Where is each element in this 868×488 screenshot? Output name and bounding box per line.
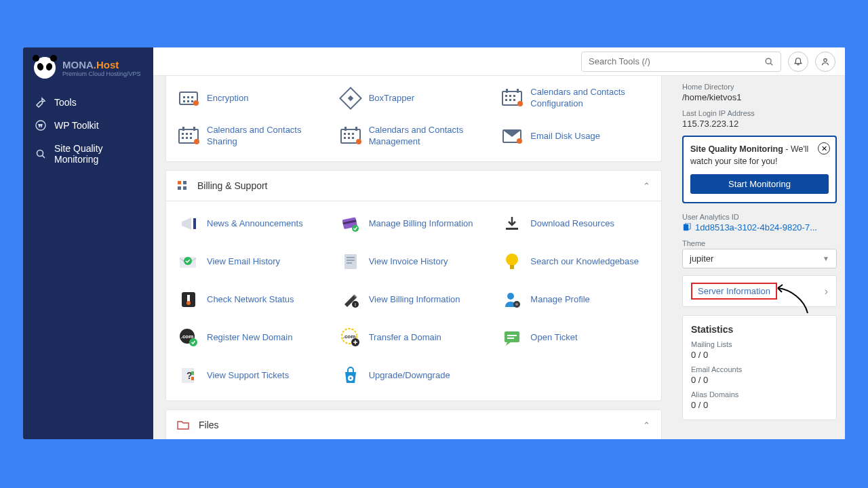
megaphone-icon — [177, 212, 200, 235]
collapse-icon[interactable]: ⌃ — [643, 181, 650, 191]
bell-icon — [793, 57, 803, 66]
user-button[interactable] — [815, 52, 835, 72]
envelope-icon — [500, 125, 524, 148]
collapse-icon[interactable]: ⌃ — [643, 420, 650, 430]
tool-email-disk[interactable]: Email Disk Usage — [496, 118, 654, 155]
tool-register-domain[interactable]: .comRegister New Domain — [173, 319, 331, 356]
home-dir-label: Home Directory — [682, 83, 837, 91]
svg-point-28 — [515, 303, 518, 306]
sqm-banner: ✕ Site Quality Monitoring - We'll watch … — [682, 136, 837, 203]
search-box[interactable] — [581, 52, 781, 72]
tool-billing-info[interactable]: Manage Billing Information — [335, 205, 493, 242]
brand-name-b: .Host — [94, 59, 119, 70]
analytics-id: 1dd8513a-3102-4b24-9820-7... — [695, 222, 817, 232]
invoice-icon — [339, 250, 362, 273]
statistics-panel: Statistics Mailing Lists0 / 0 Email Acco… — [682, 315, 837, 420]
sidebar-item-label: Tools — [54, 97, 77, 108]
svg-rect-8 — [193, 218, 196, 229]
chevron-right-icon: › — [825, 285, 828, 298]
sidebar-item-label: Site Quality Monitoring — [54, 143, 136, 165]
svg-point-11 — [352, 225, 359, 232]
brand-name-a: MONA — [62, 59, 94, 70]
server-info-label: Server Information — [691, 283, 777, 300]
tool-cal-config[interactable]: Calendars and Contacts Configuration — [496, 80, 654, 117]
annotation-arrow-icon — [774, 283, 814, 317]
tool-encryption[interactable]: Encryption — [173, 80, 331, 117]
tool-news[interactable]: News & Announcements — [173, 205, 331, 242]
svg-rect-41 — [191, 377, 194, 380]
svg-rect-5 — [183, 181, 186, 184]
tool-boxtrapper[interactable]: BoxTrapper — [335, 80, 493, 117]
svg-point-1 — [37, 150, 43, 157]
domain-transfer-icon: .com — [339, 326, 362, 349]
svg-rect-37 — [507, 338, 514, 339]
sidebar-item-tools[interactable]: Tools — [23, 91, 153, 114]
pen-info-icon: i — [339, 288, 362, 311]
svg-rect-35 — [505, 331, 519, 342]
section-title: Files — [199, 420, 633, 430]
svg-point-43 — [349, 378, 351, 380]
sqm-title: Site Quality Monitoring — [690, 144, 783, 154]
brand-tagline: Premium Cloud Hosting/VPS — [62, 70, 141, 77]
svg-rect-15 — [344, 254, 357, 269]
calendar-manage-icon — [339, 125, 362, 148]
copy-icon[interactable] — [682, 223, 691, 232]
tool-knowledgebase[interactable]: Search our Knowledgebase — [496, 243, 654, 280]
sidebar-item-label: WP Toolkit — [54, 120, 99, 131]
tool-manage-profile[interactable]: Manage Profile — [496, 281, 654, 318]
files-panel: Files ⌃ File Manager Images Directory Pr… — [165, 409, 662, 439]
chevron-down-icon: ▼ — [823, 255, 829, 262]
wrench-icon — [35, 97, 46, 108]
last-ip-value: 115.73.223.12 — [682, 119, 837, 129]
brand-logo: MONA.Host Premium Cloud Hosting/VPS — [23, 57, 153, 91]
svg-point-3 — [824, 58, 827, 61]
svg-rect-18 — [347, 262, 352, 264]
tool-transfer-domain[interactable]: .comTransfer a Domain — [335, 319, 493, 356]
svg-rect-7 — [183, 186, 186, 190]
stat-value: 0 / 0 — [691, 400, 828, 410]
svg-rect-16 — [347, 257, 355, 258]
tool-view-billing[interactable]: iView Billing Information — [335, 281, 493, 318]
svg-rect-36 — [507, 335, 517, 336]
tool-cal-sharing[interactable]: Calendars and Contacts Sharing — [173, 118, 331, 155]
stat-label: Email Accounts — [691, 365, 828, 373]
mail-history-icon — [177, 250, 200, 273]
tool-cal-manage[interactable]: Calendars and Contacts Management — [335, 118, 493, 155]
tool-download[interactable]: Download Resources — [496, 205, 654, 242]
close-icon[interactable]: ✕ — [818, 142, 830, 155]
tool-email-history[interactable]: View Email History — [173, 243, 331, 280]
start-monitoring-button[interactable]: Start Monitoring — [690, 174, 829, 194]
theme-select[interactable]: jupiter ▼ — [682, 249, 837, 268]
diamond-icon — [339, 87, 362, 110]
tool-support-tickets[interactable]: ?View Support Tickets — [173, 357, 331, 394]
tool-invoice-history[interactable]: View Invoice History — [335, 243, 493, 280]
tool-network-status[interactable]: Check Network Status — [173, 281, 331, 318]
last-ip-label: Last Login IP Address — [682, 109, 837, 117]
user-icon — [821, 57, 830, 66]
sidebar-item-wp-toolkit[interactable]: WP Toolkit — [23, 114, 153, 137]
search-input[interactable] — [589, 56, 764, 66]
tool-open-ticket[interactable]: Open Ticket — [496, 319, 654, 356]
main-content: Encryption BoxTrapper Calendars and Cont… — [153, 76, 674, 439]
stat-label: Mailing Lists — [691, 340, 828, 348]
thermometer-icon — [177, 288, 200, 311]
home-dir-value: /home/kietvos1 — [682, 92, 837, 102]
sidebar-item-site-quality[interactable]: Site Quality Monitoring — [23, 137, 153, 171]
stat-value: 0 / 0 — [691, 375, 828, 385]
svg-rect-40 — [191, 371, 194, 375]
tool-upgrade[interactable]: Upgrade/Downgrade — [335, 357, 493, 394]
svg-rect-4 — [178, 181, 181, 184]
lightbulb-icon — [500, 250, 524, 273]
magnifier-icon — [35, 148, 46, 159]
download-icon — [500, 212, 524, 235]
stat-label: Alias Domains — [691, 390, 828, 399]
server-information-link[interactable]: Server Information › — [682, 275, 837, 307]
bag-gear-icon — [339, 364, 362, 387]
notifications-button[interactable] — [788, 52, 808, 72]
right-rail: Home Directory /home/kietvos1 Last Login… — [674, 76, 845, 439]
search-icon[interactable] — [764, 57, 774, 66]
svg-point-19 — [506, 253, 518, 266]
stat-value: 0 / 0 — [691, 350, 828, 360]
svg-rect-6 — [178, 186, 181, 190]
card-icon — [339, 212, 362, 235]
